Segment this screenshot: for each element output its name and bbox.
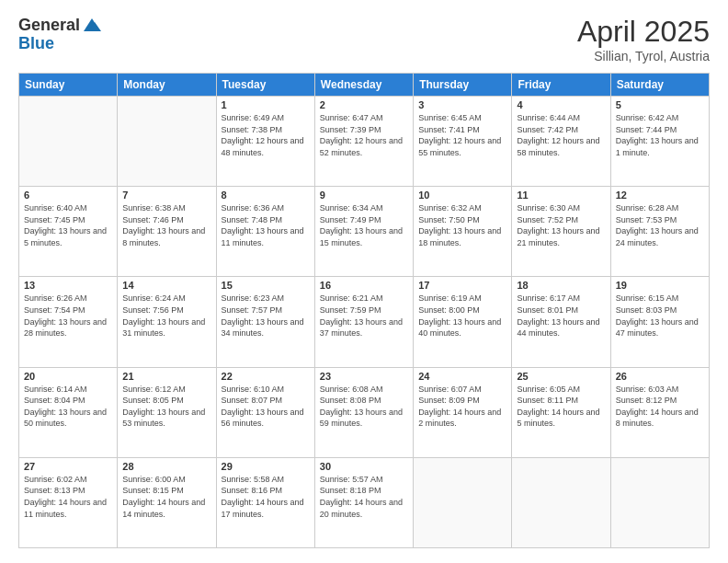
table-row: 21Sunrise: 6:12 AMSunset: 8:05 PMDayligh… bbox=[118, 367, 216, 457]
logo-blue: Blue bbox=[18, 35, 102, 52]
calendar-week-4: 20Sunrise: 6:14 AMSunset: 8:04 PMDayligh… bbox=[19, 367, 710, 457]
calendar-week-2: 6Sunrise: 6:40 AMSunset: 7:45 PMDaylight… bbox=[19, 187, 710, 277]
day-info: Sunrise: 6:38 AMSunset: 7:46 PMDaylight:… bbox=[122, 202, 210, 248]
table-row: 2Sunrise: 6:47 AMSunset: 7:39 PMDaylight… bbox=[314, 97, 413, 187]
table-row bbox=[512, 457, 610, 547]
table-row: 18Sunrise: 6:17 AMSunset: 8:01 PMDayligh… bbox=[512, 277, 610, 367]
day-number: 11 bbox=[517, 190, 605, 201]
month-title: April 2025 bbox=[577, 15, 710, 49]
col-sunday: Sunday bbox=[19, 74, 118, 97]
table-row: 30Sunrise: 5:57 AMSunset: 8:18 PMDayligh… bbox=[314, 457, 413, 547]
day-info: Sunrise: 6:19 AMSunset: 8:00 PMDaylight:… bbox=[418, 293, 506, 339]
table-row: 29Sunrise: 5:58 AMSunset: 8:16 PMDayligh… bbox=[216, 457, 314, 547]
day-number: 12 bbox=[616, 190, 704, 201]
day-info: Sunrise: 6:08 AMSunset: 8:08 PMDaylight:… bbox=[320, 384, 408, 430]
day-info: Sunrise: 6:28 AMSunset: 7:53 PMDaylight:… bbox=[616, 202, 704, 248]
day-info: Sunrise: 6:42 AMSunset: 7:44 PMDaylight:… bbox=[616, 112, 704, 158]
table-row: 1Sunrise: 6:49 AMSunset: 7:38 PMDaylight… bbox=[216, 97, 314, 187]
day-number: 28 bbox=[122, 461, 210, 472]
table-row: 8Sunrise: 6:36 AMSunset: 7:48 PMDaylight… bbox=[216, 187, 314, 277]
header: General Blue April 2025 Sillian, Tyrol, … bbox=[18, 15, 710, 63]
day-info: Sunrise: 6:21 AMSunset: 7:59 PMDaylight:… bbox=[320, 293, 408, 339]
logo-general: General bbox=[18, 17, 80, 33]
day-number: 23 bbox=[320, 371, 408, 382]
calendar-week-1: 1Sunrise: 6:49 AMSunset: 7:38 PMDaylight… bbox=[19, 97, 710, 187]
day-info: Sunrise: 6:23 AMSunset: 7:57 PMDaylight:… bbox=[222, 293, 310, 339]
day-number: 14 bbox=[122, 280, 210, 291]
calendar-table: Sunday Monday Tuesday Wednesday Thursday… bbox=[18, 73, 710, 548]
table-row: 27Sunrise: 6:02 AMSunset: 8:13 PMDayligh… bbox=[19, 457, 118, 547]
table-row bbox=[610, 457, 709, 547]
day-number: 18 bbox=[517, 280, 605, 291]
page: General Blue April 2025 Sillian, Tyrol, … bbox=[0, 0, 728, 563]
day-info: Sunrise: 6:32 AMSunset: 7:50 PMDaylight:… bbox=[418, 202, 506, 248]
table-row: 22Sunrise: 6:10 AMSunset: 8:07 PMDayligh… bbox=[216, 367, 314, 457]
day-info: Sunrise: 6:03 AMSunset: 8:12 PMDaylight:… bbox=[616, 384, 704, 430]
day-info: Sunrise: 6:40 AMSunset: 7:45 PMDaylight:… bbox=[24, 202, 112, 248]
table-row: 28Sunrise: 6:00 AMSunset: 8:15 PMDayligh… bbox=[118, 457, 216, 547]
logo-icon bbox=[82, 15, 102, 35]
table-row: 24Sunrise: 6:07 AMSunset: 8:09 PMDayligh… bbox=[414, 367, 512, 457]
table-row: 9Sunrise: 6:34 AMSunset: 7:49 PMDaylight… bbox=[314, 187, 413, 277]
table-row: 6Sunrise: 6:40 AMSunset: 7:45 PMDaylight… bbox=[19, 187, 118, 277]
day-info: Sunrise: 6:12 AMSunset: 8:05 PMDaylight:… bbox=[122, 384, 210, 430]
day-info: Sunrise: 6:24 AMSunset: 7:56 PMDaylight:… bbox=[122, 293, 210, 339]
day-number: 9 bbox=[320, 190, 408, 201]
table-row: 15Sunrise: 6:23 AMSunset: 7:57 PMDayligh… bbox=[216, 277, 314, 367]
table-row: 10Sunrise: 6:32 AMSunset: 7:50 PMDayligh… bbox=[414, 187, 512, 277]
day-number: 27 bbox=[24, 461, 112, 472]
day-number: 6 bbox=[24, 190, 112, 201]
day-number: 24 bbox=[418, 371, 506, 382]
day-number: 29 bbox=[222, 461, 310, 472]
day-number: 22 bbox=[222, 371, 310, 382]
day-info: Sunrise: 6:47 AMSunset: 7:39 PMDaylight:… bbox=[320, 112, 408, 158]
table-row: 7Sunrise: 6:38 AMSunset: 7:46 PMDaylight… bbox=[118, 187, 216, 277]
day-info: Sunrise: 6:10 AMSunset: 8:07 PMDaylight:… bbox=[222, 384, 310, 430]
day-number: 8 bbox=[222, 190, 310, 201]
col-tuesday: Tuesday bbox=[216, 74, 314, 97]
day-number: 25 bbox=[517, 371, 605, 382]
col-monday: Monday bbox=[118, 74, 216, 97]
day-number: 30 bbox=[320, 461, 408, 472]
table-row bbox=[414, 457, 512, 547]
day-number: 20 bbox=[24, 371, 112, 382]
table-row: 26Sunrise: 6:03 AMSunset: 8:12 PMDayligh… bbox=[610, 367, 709, 457]
table-row bbox=[19, 97, 118, 187]
table-row: 23Sunrise: 6:08 AMSunset: 8:08 PMDayligh… bbox=[314, 367, 413, 457]
table-row: 11Sunrise: 6:30 AMSunset: 7:52 PMDayligh… bbox=[512, 187, 610, 277]
day-number: 19 bbox=[616, 280, 704, 291]
day-info: Sunrise: 6:14 AMSunset: 8:04 PMDaylight:… bbox=[24, 384, 112, 430]
day-info: Sunrise: 6:44 AMSunset: 7:42 PMDaylight:… bbox=[517, 112, 605, 158]
col-friday: Friday bbox=[512, 74, 610, 97]
calendar-week-3: 13Sunrise: 6:26 AMSunset: 7:54 PMDayligh… bbox=[19, 277, 710, 367]
col-thursday: Thursday bbox=[414, 74, 512, 97]
day-info: Sunrise: 6:07 AMSunset: 8:09 PMDaylight:… bbox=[418, 384, 506, 430]
calendar-week-5: 27Sunrise: 6:02 AMSunset: 8:13 PMDayligh… bbox=[19, 457, 710, 547]
day-info: Sunrise: 6:30 AMSunset: 7:52 PMDaylight:… bbox=[517, 202, 605, 248]
day-info: Sunrise: 5:57 AMSunset: 8:18 PMDaylight:… bbox=[320, 474, 408, 520]
day-number: 26 bbox=[616, 371, 704, 382]
logo: General Blue bbox=[18, 15, 102, 52]
table-row: 17Sunrise: 6:19 AMSunset: 8:00 PMDayligh… bbox=[414, 277, 512, 367]
day-number: 17 bbox=[418, 280, 506, 291]
day-info: Sunrise: 6:49 AMSunset: 7:38 PMDaylight:… bbox=[222, 112, 310, 158]
day-number: 3 bbox=[418, 99, 506, 110]
day-number: 4 bbox=[517, 99, 605, 110]
day-info: Sunrise: 6:34 AMSunset: 7:49 PMDaylight:… bbox=[320, 202, 408, 248]
calendar-header-row: Sunday Monday Tuesday Wednesday Thursday… bbox=[19, 74, 710, 97]
day-info: Sunrise: 6:15 AMSunset: 8:03 PMDaylight:… bbox=[616, 293, 704, 339]
day-number: 2 bbox=[320, 99, 408, 110]
table-row: 16Sunrise: 6:21 AMSunset: 7:59 PMDayligh… bbox=[314, 277, 413, 367]
day-info: Sunrise: 6:36 AMSunset: 7:48 PMDaylight:… bbox=[222, 202, 310, 248]
day-info: Sunrise: 6:45 AMSunset: 7:41 PMDaylight:… bbox=[418, 112, 506, 158]
day-number: 1 bbox=[222, 99, 310, 110]
day-info: Sunrise: 6:02 AMSunset: 8:13 PMDaylight:… bbox=[24, 474, 112, 520]
table-row: 4Sunrise: 6:44 AMSunset: 7:42 PMDaylight… bbox=[512, 97, 610, 187]
day-number: 16 bbox=[320, 280, 408, 291]
table-row: 13Sunrise: 6:26 AMSunset: 7:54 PMDayligh… bbox=[19, 277, 118, 367]
title-section: April 2025 Sillian, Tyrol, Austria bbox=[577, 15, 710, 63]
table-row: 3Sunrise: 6:45 AMSunset: 7:41 PMDaylight… bbox=[414, 97, 512, 187]
table-row: 25Sunrise: 6:05 AMSunset: 8:11 PMDayligh… bbox=[512, 367, 610, 457]
day-info: Sunrise: 6:26 AMSunset: 7:54 PMDaylight:… bbox=[24, 293, 112, 339]
table-row: 12Sunrise: 6:28 AMSunset: 7:53 PMDayligh… bbox=[610, 187, 709, 277]
